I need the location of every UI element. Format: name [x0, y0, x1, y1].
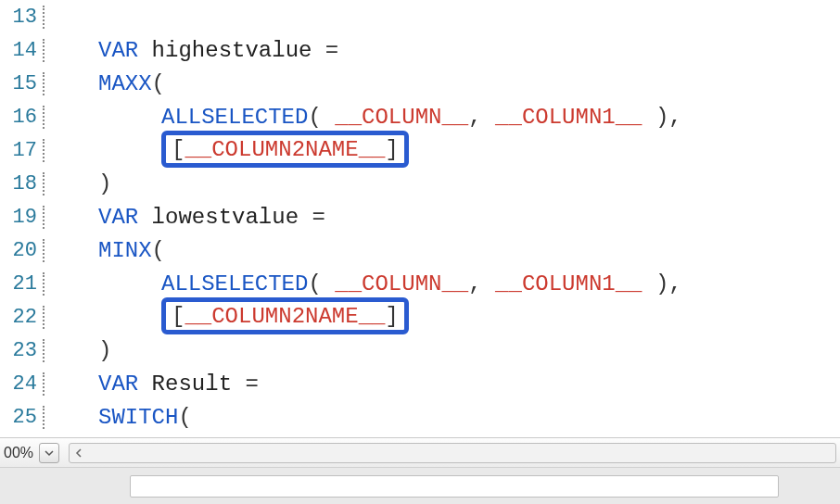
code-line[interactable]: 19VAR lowestvalue = [0, 200, 840, 233]
footer-bar [0, 467, 840, 504]
code-token: Result [138, 372, 245, 397]
chevron-left-icon [74, 448, 83, 458]
status-bar: 00% [0, 437, 840, 467]
line-number: 14 [0, 39, 45, 62]
zoom-value: 00% [0, 443, 37, 463]
code-token: __COLUMN__ [335, 105, 468, 130]
code-token: = [245, 372, 258, 397]
footer-input[interactable] [130, 475, 779, 498]
code-content: VAR Result = [52, 372, 259, 397]
code-token: VAR [98, 38, 138, 63]
code-line[interactable]: 16ALLSELECTED( __COLUMN__, __COLUMN1__ )… [0, 100, 840, 133]
code-line[interactable]: 23) [0, 334, 840, 367]
code-token: = [312, 205, 325, 230]
code-line[interactable]: 17[__COLUMN2NAME__] [0, 133, 840, 167]
code-token: [ [172, 304, 185, 329]
highlight-box: [__COLUMN2NAME__] [161, 131, 409, 168]
code-content: VAR highestvalue = [52, 38, 338, 63]
code-content: ALLSELECTED( __COLUMN__, __COLUMN1__ ), [52, 271, 682, 296]
code-token: VAR [98, 205, 138, 230]
code-token: ( [152, 71, 165, 96]
code-token: ) [98, 338, 111, 363]
zoom-control: 00% [0, 443, 59, 463]
code-token: ( [308, 105, 335, 130]
horizontal-scrollbar[interactable] [69, 443, 836, 463]
line-number: 15 [0, 72, 45, 95]
code-content: MAXX( [52, 71, 165, 96]
code-token: ] [385, 304, 398, 329]
code-token: ] [385, 137, 398, 162]
code-line[interactable]: 15MAXX( [0, 67, 840, 100]
code-editor[interactable]: 1314VAR highestvalue =15MAXX(16ALLSELECT… [0, 0, 840, 437]
line-number: 16 [0, 106, 45, 129]
chevron-down-icon [45, 448, 54, 458]
code-token: VAR [98, 372, 138, 397]
line-number: 20 [0, 239, 45, 262]
code-content: [__COLUMN2NAME__] [52, 132, 409, 168]
code-token: __COLUMN__ [335, 271, 468, 296]
code-token: ALLSELECTED [161, 271, 308, 296]
code-token: lowestvalue [138, 205, 312, 230]
code-token: ) [98, 171, 111, 196]
code-content: VAR lowestvalue = [52, 205, 325, 230]
line-number: 24 [0, 372, 45, 396]
code-token: ( [308, 271, 335, 296]
line-number: 13 [0, 6, 45, 29]
scroll-left-button[interactable] [70, 444, 88, 462]
code-token: ( [152, 238, 165, 263]
code-content: SWITCH( [52, 405, 192, 430]
code-content: [__COLUMN2NAME__] [52, 299, 409, 334]
code-line[interactable]: 13 [0, 0, 840, 33]
code-token: = [325, 38, 338, 63]
code-line[interactable]: 14VAR highestvalue = [0, 33, 840, 67]
line-number: 19 [0, 206, 45, 229]
code-token: ( [178, 405, 191, 430]
line-number: 23 [0, 339, 45, 362]
line-number: 18 [0, 172, 45, 195]
code-token: MINX [98, 238, 152, 263]
code-content: ALLSELECTED( __COLUMN__, __COLUMN1__ ), [52, 105, 682, 130]
highlight-box: [__COLUMN2NAME__] [161, 297, 409, 334]
code-token: __COLUMN1__ [495, 271, 642, 296]
code-token: , [468, 105, 495, 130]
code-token: ), [643, 105, 682, 130]
line-number: 17 [0, 139, 45, 162]
code-token: , [468, 271, 495, 296]
zoom-dropdown-button[interactable] [39, 443, 59, 463]
code-token: __COLUMN2NAME__ [185, 137, 385, 162]
code-token: __COLUMN1__ [495, 105, 642, 130]
code-line[interactable]: 25SWITCH( [0, 400, 840, 434]
code-token: __COLUMN2NAME__ [185, 304, 385, 329]
code-token: highestvalue [138, 38, 325, 63]
code-line[interactable]: 22[__COLUMN2NAME__] [0, 300, 840, 334]
code-token: [ [172, 137, 185, 162]
code-content: ) [52, 171, 111, 196]
code-line[interactable]: 18) [0, 167, 840, 200]
code-token: MAXX [98, 71, 152, 96]
code-line[interactable]: 21ALLSELECTED( __COLUMN__, __COLUMN1__ )… [0, 267, 840, 300]
code-line[interactable]: 20MINX( [0, 233, 840, 267]
code-line[interactable]: 24VAR Result = [0, 367, 840, 400]
code-token: ALLSELECTED [161, 105, 308, 130]
code-token: ), [643, 271, 682, 296]
code-token: SWITCH [98, 405, 178, 430]
line-number: 22 [0, 306, 45, 329]
line-number: 21 [0, 272, 45, 296]
line-number: 25 [0, 406, 45, 429]
code-content: MINX( [52, 238, 165, 263]
code-content: ) [52, 338, 111, 363]
